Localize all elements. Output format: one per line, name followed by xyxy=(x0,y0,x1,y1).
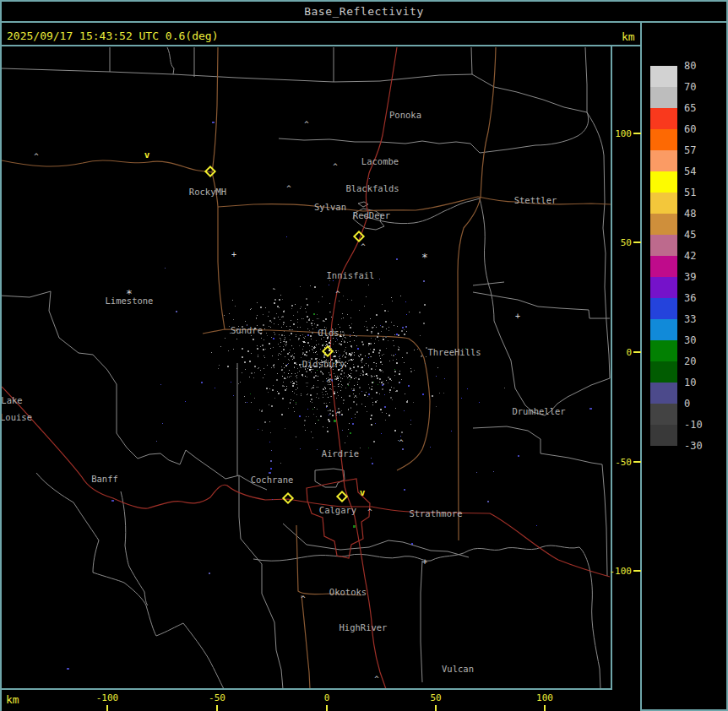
colorbar-block xyxy=(650,319,677,340)
x-axis-tick-label: 50 xyxy=(430,692,441,703)
colorbar-block xyxy=(650,108,677,129)
colorbar-block xyxy=(650,256,677,277)
x-axis-tick-mark xyxy=(106,705,108,711)
colorbar-block xyxy=(650,66,677,87)
x-axis-tick-mark xyxy=(216,705,218,711)
map-border-right xyxy=(611,46,612,690)
x-axis-tick-label: 100 xyxy=(536,692,553,703)
roads-red xyxy=(2,47,610,688)
colorbar-tick-label: 57 xyxy=(684,145,696,155)
colorbar-block xyxy=(650,87,677,108)
colorbar-tick-label: 30 xyxy=(684,335,696,345)
colorbar-tick-label: 42 xyxy=(684,251,696,261)
colorbar-tick-label: 20 xyxy=(684,356,696,366)
y-axis-tick-mark xyxy=(633,351,641,353)
colorbar-tick-label: 33 xyxy=(684,314,696,324)
y-axis-tick-label: -100 xyxy=(591,566,632,577)
y-axis-tick-label: 50 xyxy=(591,237,632,248)
colorbar-tick-label: 36 xyxy=(684,293,696,303)
map-viewport[interactable]: PonokaLacombeBlackfaldsSylvanRedDeerStet… xyxy=(2,46,611,688)
radar-window: Base_Reflectivity 2025/09/17 15:43:52 UT… xyxy=(0,0,728,711)
window-title: Base_Reflectivity xyxy=(304,5,424,18)
timestamp-label: 2025/09/17 15:43:52 UTC 0.6(deg) xyxy=(7,30,218,42)
colorbar-block xyxy=(650,129,677,150)
colorbar-block xyxy=(650,340,677,361)
colorbar-tick-label: 39 xyxy=(684,272,696,282)
colorbar-block xyxy=(650,298,677,319)
colorbar-block xyxy=(650,425,677,446)
y-axis-tick-mark xyxy=(633,570,641,572)
x-axis-tick-label: -100 xyxy=(96,692,119,703)
y-axis-tick-mark xyxy=(633,242,641,243)
y-axis-tick-mark xyxy=(633,461,641,463)
x-axis-tick-mark xyxy=(435,705,437,711)
title-bar: Base_Reflectivity xyxy=(0,2,728,21)
y-axis-tick-mark xyxy=(633,133,641,134)
colorbar-tick-label: 70 xyxy=(684,82,696,92)
radar-echo-layer xyxy=(156,178,537,574)
y-axis-tick-label: 0 xyxy=(591,347,632,358)
titlebar-divider xyxy=(0,21,728,23)
map-canvas xyxy=(2,46,611,688)
colorbar-tick-label: 80 xyxy=(684,61,696,71)
x-axis-tick-mark xyxy=(544,705,546,711)
colorbar-tick-label: 45 xyxy=(684,230,696,240)
y-axis-tick-label: -50 xyxy=(591,457,632,468)
colorbar-tick-label: 60 xyxy=(684,124,696,134)
colorbar-block xyxy=(650,171,677,193)
status-bar: 2025/09/17 15:43:52 UTC 0.6(deg) xyxy=(7,26,635,45)
range-unit-bottom-label: km xyxy=(6,693,19,706)
colorbar-tick-label: 51 xyxy=(684,187,696,198)
x-axis-tick-label: 0 xyxy=(324,692,330,703)
colorbar-block xyxy=(650,361,677,383)
range-unit-top-label: km xyxy=(622,30,635,43)
colorbar-block xyxy=(650,235,677,256)
colorbar-block xyxy=(650,383,677,404)
county-boundaries xyxy=(2,47,610,688)
colorbar-block xyxy=(650,277,677,298)
colorbar-block xyxy=(650,214,677,235)
colorbar-tick-label: -10 xyxy=(684,420,703,430)
colorbar-tick-label: 48 xyxy=(684,209,696,219)
roads-brown xyxy=(2,47,611,688)
colorbar-block xyxy=(650,404,677,425)
colorbar-tick-label: 10 xyxy=(684,377,696,388)
colorbar-tick-label: -30 xyxy=(684,441,703,451)
colorbar-tick-label: 54 xyxy=(684,166,696,176)
x-axis-tick-label: -50 xyxy=(209,692,225,703)
x-axis-tick-mark xyxy=(326,705,328,711)
colorbar-tick-label: 0 xyxy=(684,399,690,409)
colorbar-block xyxy=(650,150,677,171)
colorbar-tick-label: 65 xyxy=(684,103,696,113)
colorbar-block xyxy=(650,193,677,214)
map-border-bottom xyxy=(0,688,612,690)
y-axis-tick-label: 100 xyxy=(591,128,632,139)
